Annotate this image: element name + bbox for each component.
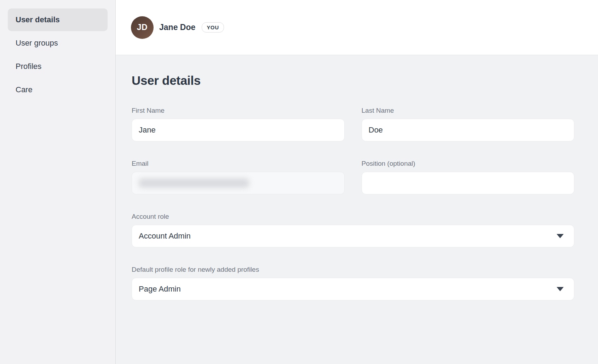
chevron-down-icon (557, 287, 564, 291)
last-name-fieldgroup: Last Name (362, 107, 575, 141)
you-badge: YOU (202, 22, 224, 33)
default-profile-role-select[interactable]: Page Admin (132, 278, 574, 300)
default-profile-role-label: Default profile role for newly added pro… (132, 266, 574, 274)
sidebar-item-label: Profiles (16, 62, 41, 71)
account-role-fieldgroup: Account role Account Admin (132, 213, 574, 247)
account-role-value: Account Admin (139, 231, 191, 241)
redacted-email-blur (139, 178, 249, 188)
first-name-fieldgroup: First Name (132, 107, 345, 141)
content-panel: User details First Name Last Name Email (116, 55, 598, 364)
account-role-select[interactable]: Account Admin (132, 225, 574, 247)
first-name-input[interactable] (132, 119, 345, 141)
sidebar-item-profiles[interactable]: Profiles (8, 55, 108, 78)
avatar: JD (131, 16, 154, 39)
sidebar-item-user-groups[interactable]: User groups (8, 32, 108, 54)
sidebar-item-user-details[interactable]: User details (8, 8, 108, 31)
sidebar-item-care[interactable]: Care (8, 78, 108, 101)
position-input[interactable] (362, 172, 575, 194)
default-profile-role-value: Page Admin (139, 284, 181, 294)
last-name-label: Last Name (362, 107, 575, 115)
position-fieldgroup: Position (optional) (362, 160, 575, 194)
main-area: JD Jane Doe YOU User details First Name … (116, 0, 598, 364)
email-field (132, 172, 345, 194)
chevron-down-icon (557, 234, 564, 238)
user-details-form: First Name Last Name Email Position (opt… (132, 107, 574, 300)
sidebar: User details User groups Profiles Care (0, 0, 116, 364)
position-label: Position (optional) (362, 160, 575, 168)
sidebar-item-label: User details (16, 15, 60, 24)
user-name: Jane Doe (159, 23, 195, 32)
default-profile-role-fieldgroup: Default profile role for newly added pro… (132, 266, 574, 300)
email-fieldgroup: Email (132, 160, 345, 194)
account-role-label: Account role (132, 213, 574, 221)
last-name-input[interactable] (362, 119, 575, 141)
first-name-label: First Name (132, 107, 345, 115)
email-label: Email (132, 160, 345, 168)
page-title: User details (132, 74, 574, 88)
settings-page: User details User groups Profiles Care J… (0, 0, 598, 364)
sidebar-item-label: User groups (16, 39, 58, 48)
user-header: JD Jane Doe YOU (116, 0, 598, 55)
sidebar-item-label: Care (16, 85, 33, 94)
